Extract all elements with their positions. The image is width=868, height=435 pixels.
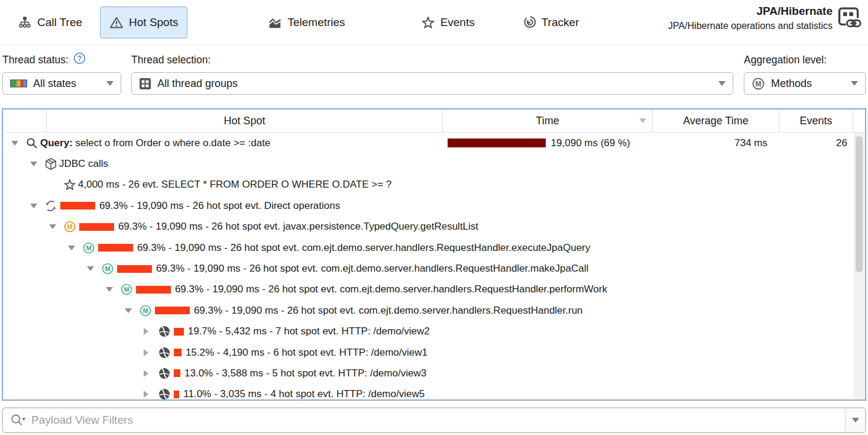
expander-expanded-icon[interactable] [106, 287, 120, 292]
thread-status-label: Thread status: [2, 54, 69, 66]
probe-view-title: JPA/Hibernate JPA/Hibernate operations a… [668, 5, 833, 31]
table-row[interactable]: JDBC calls [3, 153, 853, 174]
hot-spot-inline-bar [174, 349, 182, 356]
hot-spot-text: 11.0% - 3,035 ms - 4 hot spot evt. HTTP:… [183, 388, 425, 399]
telemetries-icon [268, 15, 282, 30]
table-row[interactable]: 4,000 ms - 26 evt. SELECT * FROM ORDER O… [3, 175, 853, 195]
hot-spot-text: Query: select o from Order o where o.dat… [40, 137, 270, 149]
filter-toolbar: Thread status: ? All states Thread selec… [0, 45, 868, 107]
hot-spot-cell: 15.2% - 4,190 ms - 6 hot spot evt. HTTP:… [3, 346, 427, 359]
hot-spot-inline-bar [174, 391, 179, 398]
hot-spots-table: Hot Spot Time Average Time Events Query:… [2, 108, 866, 401]
table-row[interactable]: M69.3% - 19,090 ms - 26 hot spot evt. co… [3, 300, 853, 321]
expander-collapsed-icon[interactable] [144, 328, 158, 335]
column-header-average-time[interactable]: Average Time [653, 109, 779, 132]
table-row[interactable]: M69.3% - 19,090 ms - 26 hot spot evt. co… [3, 279, 853, 300]
time-bar [448, 138, 546, 147]
table-row[interactable]: 15.2% - 4,190 ms - 6 hot spot evt. HTTP:… [3, 342, 853, 363]
time-value: 19,090 ms (69 %) [551, 137, 630, 149]
hot-spot-cell: M69.3% - 19,090 ms - 26 hot spot evt. co… [3, 283, 607, 296]
package-icon [44, 157, 59, 170]
expander-collapsed-icon[interactable] [144, 370, 158, 377]
hot-spots-icon [109, 15, 124, 30]
thread-selection-select[interactable]: All thread groups [131, 72, 733, 95]
table-header: Hot Spot Time Average Time Events [3, 109, 865, 133]
probe-link-icon [836, 5, 863, 31]
page-title: JPA/Hibernate [668, 5, 833, 18]
svg-text:M: M [86, 244, 91, 252]
view-tabs: Call Tree Hot Spots Telemetries [0, 7, 588, 38]
expander-collapsed-icon[interactable] [144, 349, 158, 356]
filter-dropdown-button[interactable] [845, 408, 865, 432]
help-icon[interactable]: ? [73, 52, 86, 67]
method-green-icon: M [82, 241, 97, 254]
hot-spot-text: 69.3% - 19,090 ms - 26 hot spot evt. com… [156, 263, 588, 275]
hot-spot-text: JDBC calls [59, 158, 108, 170]
events-icon [421, 15, 435, 30]
column-header-hot-spot[interactable]: Hot Spot [47, 109, 443, 132]
hot-spot-text: 15.2% - 4,190 ms - 6 hot spot evt. HTTP:… [186, 347, 427, 359]
hot-spot-cell: M69.3% - 19,090 ms - 26 hot spot evt. ja… [3, 220, 478, 233]
method-green-icon: M [101, 262, 116, 275]
column-header-time[interactable]: Time [443, 109, 653, 132]
aggregation-level-select[interactable]: M Methods [744, 72, 866, 95]
expander-expanded-icon[interactable] [11, 141, 25, 146]
table-row[interactable]: 19.7% - 5,432 ms - 7 hot spot evt. HTTP:… [3, 321, 853, 342]
header-tree-spacer [3, 109, 47, 132]
tab-events[interactable]: Events [412, 7, 484, 38]
expander-expanded-icon[interactable] [87, 266, 101, 271]
chevron-down-icon [851, 81, 858, 86]
hot-spot-inline-bar [155, 307, 190, 314]
vertical-scrollbar[interactable] [854, 133, 864, 399]
table-row[interactable]: M69.3% - 19,090 ms - 26 hot spot evt. co… [3, 258, 853, 279]
hot-spot-cell: 69.3% - 19,090 ms - 26 hot spot evt. Dir… [3, 199, 340, 212]
table-row[interactable]: 69.3% - 19,090 ms - 26 hot spot evt. Dir… [3, 195, 853, 216]
table-row[interactable]: M69.3% - 19,090 ms - 26 hot spot evt. co… [3, 237, 853, 258]
globe-icon [158, 388, 173, 399]
aggregation-level-value: Methods [771, 78, 812, 90]
expander-expanded-icon[interactable] [30, 204, 44, 208]
thread-status-select[interactable]: All states [2, 72, 121, 95]
table-row[interactable]: 11.0% - 3,035 ms - 4 hot spot evt. HTTP:… [3, 384, 853, 399]
expander-expanded-icon[interactable] [49, 224, 63, 229]
payload-filter-input[interactable] [31, 414, 865, 427]
tab-tracker[interactable]: Tracker [513, 7, 589, 38]
header-scrollbar-spacer [853, 109, 865, 132]
thread-status-value: All states [33, 78, 76, 90]
expander-expanded-icon[interactable] [68, 246, 82, 250]
globe-icon [158, 346, 173, 359]
hot-spot-cell: 11.0% - 3,035 ms - 4 hot spot evt. HTTP:… [3, 388, 425, 399]
tab-call-tree[interactable]: Call Tree [8, 7, 92, 38]
svg-text:M: M [142, 307, 148, 314]
method-gray-icon: M [752, 77, 765, 91]
expander-expanded-icon[interactable] [125, 308, 139, 313]
search-filter-icon[interactable] [10, 413, 27, 427]
table-row[interactable]: 13.0% - 3,588 ms - 5 hot spot evt. HTTP:… [3, 363, 853, 384]
hot-spot-cell: M69.3% - 19,090 ms - 26 hot spot evt. co… [3, 262, 588, 275]
tab-label: Hot Spots [129, 16, 178, 29]
tab-label: Call Tree [37, 16, 82, 29]
payload-filter-bar [2, 407, 866, 433]
tab-hot-spots[interactable]: Hot Spots [100, 7, 187, 38]
hot-spot-text: 19.7% - 5,432 ms - 7 hot spot evt. HTTP:… [188, 326, 430, 337]
table-body: Query: select o from Order o where o.dat… [3, 133, 853, 399]
hot-spot-cell: Query: select o from Order o where o.dat… [3, 137, 270, 150]
svg-text:?: ? [77, 54, 82, 63]
hot-spot-text-prefix: Query: [40, 137, 73, 149]
scrollbar-thumb[interactable] [856, 136, 863, 272]
expander-expanded-icon[interactable] [30, 162, 44, 166]
table-row[interactable]: M69.3% - 19,090 ms - 26 hot spot evt. ja… [3, 217, 853, 237]
time-cell: 19,090 ms (69 %) [443, 137, 653, 149]
expander-collapsed-icon[interactable] [144, 391, 158, 398]
hot-spot-text: 69.3% - 19,090 ms - 26 hot spot evt. Dir… [99, 200, 340, 212]
table-row[interactable]: Query: select o from Order o where o.dat… [3, 133, 853, 153]
chevron-down-icon [106, 81, 114, 86]
column-header-events[interactable]: Events [779, 109, 853, 132]
hot-spot-inline-bar [174, 369, 180, 377]
call-tree-icon [18, 15, 32, 30]
hot-spot-inline-bar [117, 265, 152, 273]
chevron-down-icon [852, 418, 859, 423]
tracker-icon [522, 15, 536, 30]
tab-telemetries[interactable]: Telemetries [258, 7, 354, 38]
hot-spot-text: 13.0% - 3,588 ms - 5 hot spot evt. HTTP:… [184, 368, 426, 379]
